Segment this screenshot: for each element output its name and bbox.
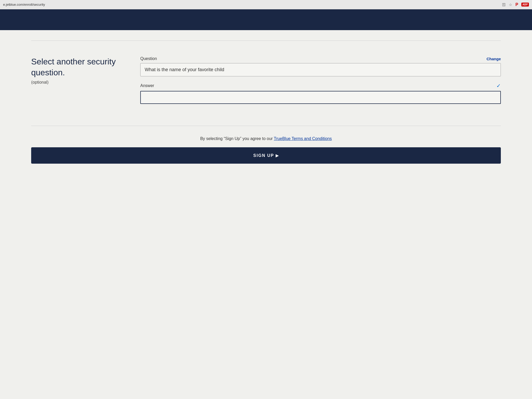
browser-icons: ⚿ ☆ P ABP [502,2,529,7]
question-field-header: Question Change [140,56,501,61]
terms-text-before: By selecting “Sign Up” you agree to our [200,136,274,141]
key-icon: ⚿ [502,3,506,7]
question-display: What is the name of your favorite child [140,63,501,76]
bottom-divider [31,126,501,126]
answer-field-header: Answer ✓ [140,83,501,89]
question-label: Question [140,56,157,61]
checkmark-icon: ✓ [496,83,501,89]
terms-link[interactable]: TrueBlue Terms and Conditions [274,136,332,141]
section-right: Question Change What is the name of your… [140,56,501,110]
section-title: Select another security question. [31,56,119,78]
terms-text: By selecting “Sign Up” you agree to our … [31,136,501,141]
security-question-section: Select another security question. (optio… [31,56,501,110]
top-divider [31,41,501,41]
signup-arrow-icon: ▶ [276,153,279,158]
pinterest-icon[interactable]: P [515,2,518,7]
page-content: Select another security question. (optio… [0,30,532,399]
nav-bar [0,9,532,30]
abp-badge: ABP [521,3,529,6]
change-link[interactable]: Change [487,57,501,61]
question-field-group: Question Change What is the name of your… [140,56,501,76]
browser-url: e.jetblue.com/enroll/security [3,3,45,6]
signup-button[interactable]: SIGN UP▶ [31,147,501,164]
browser-bar: e.jetblue.com/enroll/security ⚿ ☆ P ABP [0,0,532,9]
answer-field-group: Answer ✓ [140,83,501,104]
signup-button-text: SIGN UP [253,153,274,158]
star-icon: ☆ [509,3,512,7]
section-left: Select another security question. (optio… [31,56,119,85]
answer-label: Answer [140,83,154,88]
answer-input[interactable] [140,91,501,104]
section-subtitle: (optional) [31,80,119,85]
